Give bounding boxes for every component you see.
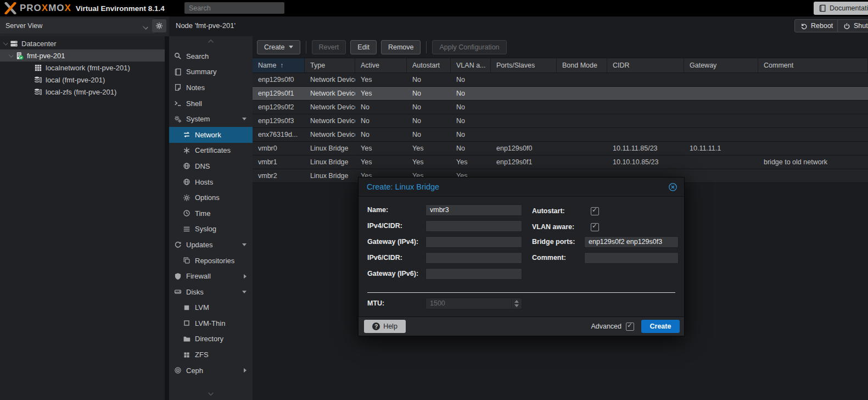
column-header-gateway[interactable]: Gateway: [684, 58, 758, 73]
table-row-enp129s0f2[interactable]: enp129s0f2Network DeviceNoNoNo: [253, 101, 868, 114]
table-row-enp129s0f3[interactable]: enp129s0f3Network DeviceNoNoNo: [253, 114, 868, 128]
tree-item-label: fmt-pve-201: [27, 52, 65, 60]
column-header-active[interactable]: Active: [355, 58, 407, 73]
column-label: Ports/Slaves: [496, 62, 535, 69]
table-row-enx76319d[interactable]: enx76319d...Network DeviceNoNoNo: [253, 128, 868, 142]
tree-item-local-fmt-pve-201[interactable]: local (fmt-pve-201): [0, 74, 165, 86]
panel-splitter[interactable]: [165, 36, 169, 400]
column-header-comment[interactable]: Comment: [758, 58, 868, 73]
nav-item-updates[interactable]: Updates: [169, 237, 253, 253]
nav-item-disks[interactable]: Disks: [169, 284, 253, 300]
shutdown-button[interactable]: Shutdown: [837, 19, 868, 32]
certificate-icon: [183, 147, 191, 154]
nav-item-syslog[interactable]: Syslog: [169, 221, 253, 237]
ipv4-cidr-input[interactable]: [425, 220, 522, 232]
global-search-input[interactable]: [184, 2, 284, 14]
revert-button[interactable]: Revert: [312, 40, 346, 54]
nav-scroll-up[interactable]: [169, 37, 253, 45]
tree-item-fmt-pve-201[interactable]: fmt-pve-201: [0, 49, 165, 62]
mtu-label: MTU:: [367, 298, 384, 309]
help-button[interactable]: ? Help: [364, 320, 406, 333]
nav-item-repositories[interactable]: Repositories: [169, 253, 253, 269]
column-header-vlan-a[interactable]: VLAN a...: [451, 58, 491, 73]
nav-item-shell[interactable]: Shell: [169, 96, 253, 112]
nav-item-label: Firewall: [186, 272, 211, 280]
tree-item-localnetwork-fmt-pve-201[interactable]: localnetwork (fmt-pve-201): [0, 62, 165, 74]
cell-comment: [758, 128, 868, 141]
nav-item-label: Time: [195, 209, 210, 218]
mtu-spinner[interactable]: [511, 299, 521, 308]
clock-icon: [183, 209, 191, 217]
nav-item-hosts[interactable]: Hosts: [169, 174, 253, 190]
ipv6-cidr-input[interactable]: [425, 252, 522, 264]
cell-ports-slaves: [491, 114, 557, 127]
expand-chevron-icon[interactable]: [2, 42, 9, 45]
network-table-header: Name↑TypeActiveAutostartVLAN a...Ports/S…: [253, 58, 868, 73]
cell-active: Yes: [355, 73, 407, 86]
nav-item-options[interactable]: Options: [169, 190, 253, 205]
mtu-input[interactable]: 1500: [425, 298, 522, 309]
nav-item-directory[interactable]: Directory: [169, 331, 253, 347]
proxmox-logo: PROXMOX: [4, 2, 71, 14]
remove-button[interactable]: Remove: [381, 40, 421, 54]
vlan-aware-checkbox[interactable]: [591, 223, 599, 231]
globe-icon: [183, 178, 191, 186]
table-row-vmbr1[interactable]: vmbr1Linux BridgeYesYesYesenp129s0f110.1…: [253, 155, 868, 169]
cell-autostart: No: [407, 128, 451, 141]
nav-item-lvm[interactable]: LVM: [169, 300, 253, 316]
advanced-checkbox[interactable]: [626, 323, 634, 331]
column-header-name[interactable]: Name↑: [253, 58, 305, 73]
nav-item-firewall[interactable]: Firewall: [169, 268, 253, 284]
nav-item-certificates[interactable]: Certificates: [169, 143, 253, 159]
edit-button[interactable]: Edit: [350, 40, 377, 54]
nav-item-network[interactable]: Network: [169, 127, 253, 143]
cell-name: vmbr1: [253, 155, 305, 169]
table-row-enp129s0f1[interactable]: enp129s0f1Network DeviceYesNoNo: [253, 87, 868, 101]
close-icon[interactable]: [668, 182, 677, 192]
nav-item-lvm-thin[interactable]: LVM-Thin: [169, 315, 253, 331]
apply-configuration-button[interactable]: Apply Configuration: [432, 40, 506, 54]
cell-active: No: [355, 101, 407, 114]
expand-chevron-icon[interactable]: [8, 54, 14, 57]
shield-icon: [174, 273, 182, 280]
documentation-button[interactable]: Documentation: [814, 2, 868, 15]
nav-item-system[interactable]: System: [169, 111, 253, 127]
tree-item-datacenter[interactable]: Datacenter: [0, 37, 165, 49]
view-selector-combo[interactable]: Server View: [0, 18, 155, 34]
view-settings-button[interactable]: [152, 19, 166, 32]
cell-active: Yes: [355, 87, 407, 100]
cell-vlan-a: No: [451, 101, 491, 114]
nav-item-time[interactable]: Time: [169, 205, 253, 221]
nav-item-ceph[interactable]: Ceph: [169, 363, 253, 379]
column-label: Name: [258, 62, 276, 69]
column-header-type[interactable]: Type: [305, 58, 355, 73]
nav-item-notes[interactable]: Notes: [169, 80, 253, 96]
nav-item-search[interactable]: Search: [169, 48, 253, 64]
dialog-create-button[interactable]: Create: [641, 320, 680, 333]
nav-scroll-down[interactable]: [169, 390, 253, 398]
advanced-toggle: Advanced: [591, 323, 634, 331]
table-row-vmbr0[interactable]: vmbr0Linux BridgeYesYesNoenp129s0f010.11…: [253, 142, 868, 155]
table-row-enp129s0f0[interactable]: enp129s0f0Network DeviceYesNoNo: [253, 73, 868, 87]
dialog-titlebar[interactable]: Create: Linux Bridge: [359, 177, 684, 197]
gear-icon: [155, 22, 163, 30]
tree-item-local-zfs-fmt-pve-201[interactable]: local-zfs (fmt-pve-201): [0, 86, 165, 98]
column-header-cidr[interactable]: CIDR: [607, 58, 684, 73]
name-input[interactable]: vmbr3: [425, 204, 522, 216]
autostart-checkbox[interactable]: [591, 207, 599, 215]
nav-item-zfs[interactable]: ZFS: [169, 347, 253, 363]
name-label: Name:: [367, 204, 388, 216]
column-header-bond-mode[interactable]: Bond Mode: [557, 58, 607, 73]
gateway-ipv4-input[interactable]: [425, 236, 522, 248]
cell-cidr: [607, 114, 684, 127]
reboot-button[interactable]: Reboot: [794, 19, 839, 32]
cell-type: Network Device: [305, 128, 355, 141]
gateway-ipv6-input[interactable]: [425, 268, 522, 280]
nav-item-summary[interactable]: Summary: [169, 64, 253, 80]
comment-input[interactable]: [584, 252, 679, 264]
nav-item-dns[interactable]: DNS: [169, 158, 253, 174]
bridge-ports-input[interactable]: enp129s0f2 enp129s0f3: [584, 236, 679, 248]
create-button[interactable]: Create: [257, 40, 300, 54]
column-header-ports-slaves[interactable]: Ports/Slaves: [491, 58, 557, 73]
column-header-autostart[interactable]: Autostart: [407, 58, 451, 73]
